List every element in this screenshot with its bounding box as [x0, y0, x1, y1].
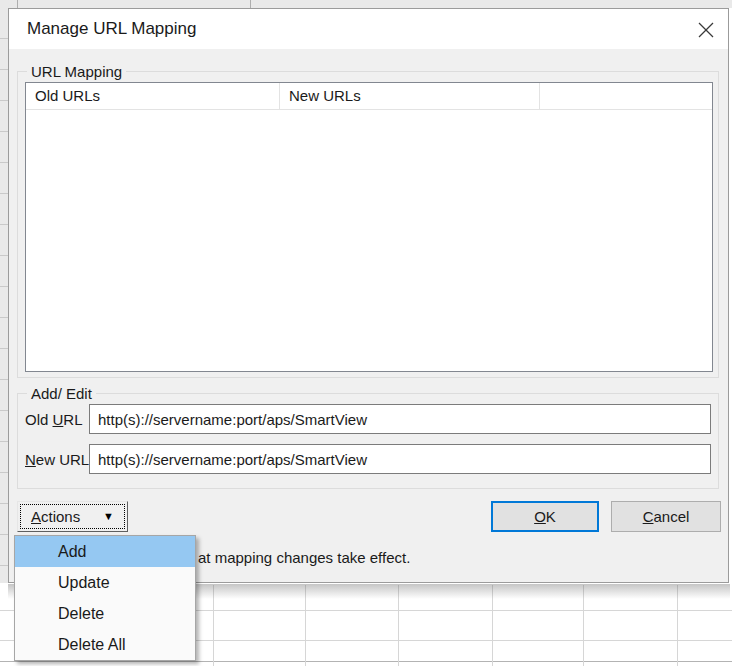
cancel-label-mnemonic: C: [643, 508, 654, 525]
new-url-input[interactable]: [89, 444, 711, 474]
ok-button-label: OK: [534, 508, 556, 525]
old-url-input[interactable]: [89, 404, 711, 434]
url-mapping-list[interactable]: Old URLs New URLs: [25, 82, 713, 372]
dialog-title: Manage URL Mapping: [27, 9, 196, 49]
restart-note-text: at mapping changes take effect.: [198, 549, 410, 566]
chevron-down-icon: ▼: [103, 511, 114, 522]
ok-button[interactable]: OK: [491, 501, 599, 532]
manage-url-mapping-dialog: Manage URL Mapping URL Mapping Old URLs …: [8, 8, 729, 583]
menu-item-add[interactable]: Add: [15, 536, 195, 567]
actions-dropdown-button[interactable]: Actions ▼: [17, 501, 128, 532]
screen: Manage URL Mapping URL Mapping Old URLs …: [0, 0, 732, 666]
excel-background-left: [0, 8, 8, 583]
actions-label-mnemonic: A: [31, 508, 41, 525]
add-edit-group-label: Add/ Edit: [27, 385, 96, 402]
column-header-new-urls[interactable]: New URLs: [279, 83, 539, 110]
excel-gridline: [0, 661, 732, 662]
dialog-titlebar[interactable]: Manage URL Mapping: [9, 9, 728, 49]
url-mapping-group-label: URL Mapping: [27, 63, 126, 80]
column-header-empty: [539, 83, 712, 110]
ok-label-rest: K: [546, 508, 556, 525]
old-url-label-pre: Old: [25, 411, 53, 428]
menu-item-delete-all[interactable]: Delete All: [15, 629, 195, 660]
column-header-old-urls[interactable]: Old URLs: [26, 83, 279, 110]
excel-gridline: [250, 0, 251, 8]
excel-background-top: [0, 0, 732, 8]
cancel-button-label: Cancel: [643, 508, 690, 525]
list-header: Old URLs New URLs: [26, 83, 712, 110]
menu-item-delete[interactable]: Delete: [15, 598, 195, 629]
old-url-label-mnemonic: U: [53, 411, 64, 428]
ok-label-mnemonic: O: [534, 508, 546, 525]
menu-item-update[interactable]: Update: [15, 567, 195, 598]
excel-gridline: [17, 0, 18, 8]
new-url-label-mnemonic: N: [25, 451, 36, 468]
close-x-glyph: [697, 21, 715, 39]
actions-dropdown-menu: Add Update Delete Delete All: [14, 535, 196, 661]
cancel-button[interactable]: Cancel: [611, 501, 721, 532]
new-url-label-rest: ew URL: [36, 451, 89, 468]
actions-label-rest: ctions: [41, 508, 80, 525]
actions-button-label: Actions: [31, 508, 80, 525]
close-icon[interactable]: [694, 18, 718, 42]
new-url-label: New URL: [25, 451, 89, 468]
cancel-label-rest: ancel: [653, 508, 689, 525]
old-url-label-rest: RL: [63, 411, 82, 428]
old-url-label: Old URL: [25, 411, 83, 428]
